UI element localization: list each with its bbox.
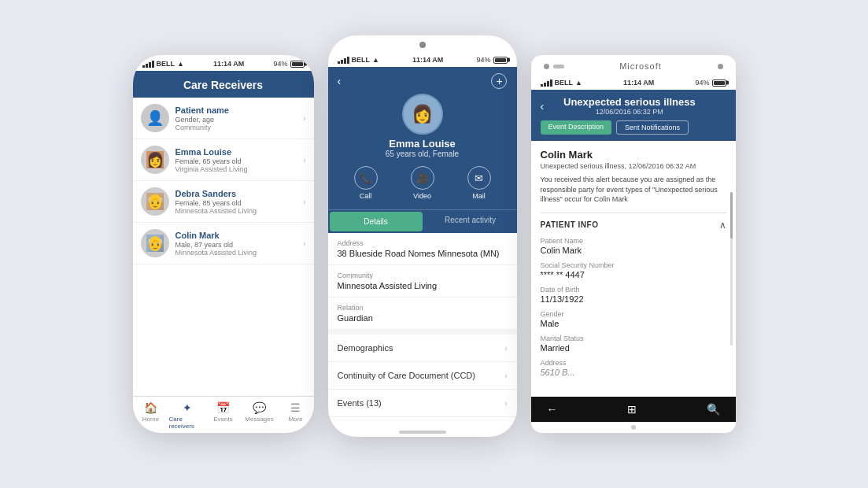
nav-messages-label: Messages: [245, 416, 273, 423]
nav-home[interactable]: 🏠 Home: [133, 401, 169, 430]
relation-label: Relation: [338, 304, 508, 312]
win-tabs: Event Description Sent Notifications: [541, 120, 726, 135]
address-group: Address 38 Blueside Road Nomes Minnesota…: [328, 233, 517, 265]
field-value-address: 5610 B...: [541, 368, 726, 377]
patient-info-1: Emma Louise Female, 65 years old Virgini…: [175, 147, 304, 173]
patient-item-3[interactable]: 👴 Colin Mark Male, 87 years old Minnesot…: [133, 223, 314, 264]
profile-avatar: 👩: [402, 94, 443, 135]
status-bar-1: BELL ▲ 11:14 AM 94%: [133, 55, 314, 71]
menu-ccd[interactable]: Continuity of Care Document (CCD) ›: [328, 362, 517, 390]
home-icon: 🏠: [144, 401, 157, 414]
profile-header-top: ‹ +: [338, 73, 508, 89]
relation-value: Guardian: [338, 313, 508, 323]
patient-item-1[interactable]: 👩 Emma Louise Female, 65 years old Virgi…: [133, 139, 314, 181]
nav-care-receivers[interactable]: ✦ Care receivers: [169, 401, 205, 430]
field-patient-name: Patient Name Colin Mark: [541, 237, 726, 255]
video-label: Video: [413, 192, 431, 200]
win-back-button[interactable]: ‹: [541, 100, 545, 113]
patient-sub-3: Male, 87 years old: [175, 241, 304, 249]
demographics-chevron: ›: [504, 344, 507, 353]
battery-pct-2: 94%: [476, 56, 490, 64]
add-button[interactable]: +: [491, 73, 507, 89]
mail-label: Mail: [472, 192, 486, 200]
win-content: Colin Mark Unexpected serious illness, 1…: [531, 141, 736, 397]
chevron-0: ›: [303, 114, 305, 123]
relation-group: Relation Guardian: [328, 298, 517, 330]
phone-profile: BELL ▲ 11:14 AM 94% ‹ + 👩 Emma Louise 65…: [328, 35, 517, 437]
windows-back-button[interactable]: ←: [547, 403, 558, 416]
battery-pct-3: 94%: [695, 79, 709, 87]
windows-brand: Microsoft: [619, 61, 662, 71]
menu-events[interactable]: Events (13) ›: [328, 390, 517, 417]
patient-community-1: Virginia Assisted Living: [175, 165, 304, 173]
field-ssn: Social Security Number **** ** 4447: [541, 261, 726, 279]
alert-subline: Unexpected serious illness, 12/06/2016 0…: [541, 162, 726, 170]
address-value: 38 Blueside Road Nomes Minnesota (MN): [338, 249, 508, 258]
patient-sub-1: Female, 65 years old: [175, 157, 304, 165]
call-button[interactable]: 📞 Call: [354, 166, 378, 200]
patient-name-2: Debra Sanders: [175, 189, 304, 198]
patient-item-0[interactable]: 👤 Patient name Gender, age Community ›: [133, 98, 314, 139]
nav-events[interactable]: 📅 Events: [205, 401, 242, 430]
video-button[interactable]: 🎥 Video: [411, 166, 434, 200]
nav-care-receivers-label: Care receivers: [169, 416, 205, 430]
field-value-gender: Male: [541, 319, 726, 328]
carrier-2: BELL: [352, 56, 371, 64]
field-label-ssn: Social Security Number: [541, 261, 726, 269]
events-icon: 📅: [216, 401, 230, 414]
windows-home-button[interactable]: ⊞: [627, 403, 637, 416]
events-chevron: ›: [504, 399, 507, 408]
profile-age: 65 years old, Female: [338, 150, 508, 158]
menu-care-team[interactable]: Care Team ›: [328, 417, 517, 426]
field-label-dob: Date of Birth: [541, 286, 726, 294]
profile-header: ‹ + 👩 Emma Louise 65 years old, Female 📞…: [328, 67, 517, 209]
video-icon: 🎥: [411, 166, 434, 190]
avatar-2: 👴: [141, 187, 169, 216]
chevron-1: ›: [303, 156, 305, 165]
patient-info-3: Colin Mark Male, 87 years old Minnesota …: [175, 231, 304, 257]
tab-details[interactable]: Details: [330, 212, 423, 231]
nav-more[interactable]: ☰ More: [278, 401, 314, 430]
speaker-dot: [718, 64, 723, 69]
messages-icon: 💬: [253, 401, 266, 414]
patient-community-2: Minnesota Assisted Living: [175, 207, 304, 215]
nav-events-label: Events: [213, 416, 232, 423]
field-label-marital: Marital Status: [541, 335, 726, 342]
time-1: 11:14 AM: [213, 60, 244, 68]
win-tab-event-desc[interactable]: Event Description: [541, 120, 612, 135]
care-receivers-icon: ✦: [183, 401, 192, 414]
battery-pct-1: 94%: [273, 60, 287, 68]
alert-description: You received this alert because you are …: [541, 175, 726, 205]
back-button[interactable]: ‹: [338, 75, 342, 87]
field-gender: Gender Male: [541, 310, 726, 328]
collapse-icon[interactable]: ∧: [719, 220, 726, 231]
status-bar-2: BELL ▲ 11:14 AM 94%: [328, 51, 517, 67]
chevron-2: ›: [303, 198, 305, 206]
menu-demographics[interactable]: Demographics ›: [328, 335, 517, 362]
nav-home-label: Home: [142, 416, 159, 423]
front-camera: [544, 64, 549, 69]
scene: BELL ▲ 11:14 AM 94% Care Receivers 👤 Pat…: [109, 35, 759, 453]
community-value: Minnesota Assisted Living: [338, 281, 508, 290]
field-address: Address 5610 B...: [541, 359, 726, 377]
nav-messages[interactable]: 💬 Messages: [242, 401, 278, 430]
field-label-address: Address: [541, 359, 726, 367]
mail-button[interactable]: ✉ Mail: [467, 166, 491, 200]
address-label: Address: [338, 239, 508, 247]
field-value-ssn: **** ** 4447: [541, 270, 726, 279]
windows-search-button[interactable]: 🔍: [707, 403, 720, 416]
section-title: PATIENT INFO: [541, 220, 599, 229]
profile-actions: 📞 Call 🎥 Video ✉ Mail: [338, 166, 508, 200]
camera-dot-2: [419, 42, 426, 48]
tab-recent-activity[interactable]: Recent activity: [424, 210, 517, 233]
more-icon: ☰: [290, 401, 301, 414]
scroll-indicator: [730, 192, 733, 346]
windows-cameras: Microsoft: [531, 55, 736, 74]
win-tab-sent-notif[interactable]: Sent Notifications: [616, 120, 689, 135]
wifi-icon-2: ▲: [372, 56, 379, 64]
wifi-icon-1: ▲: [177, 60, 184, 68]
mail-icon: ✉: [467, 166, 491, 190]
win-event-title: Unexpected serious illness: [549, 96, 710, 108]
patient-item-2[interactable]: 👴 Debra Sanders Female, 85 years old Min…: [133, 181, 314, 223]
patient-info-2: Debra Sanders Female, 85 years old Minne…: [175, 189, 304, 215]
